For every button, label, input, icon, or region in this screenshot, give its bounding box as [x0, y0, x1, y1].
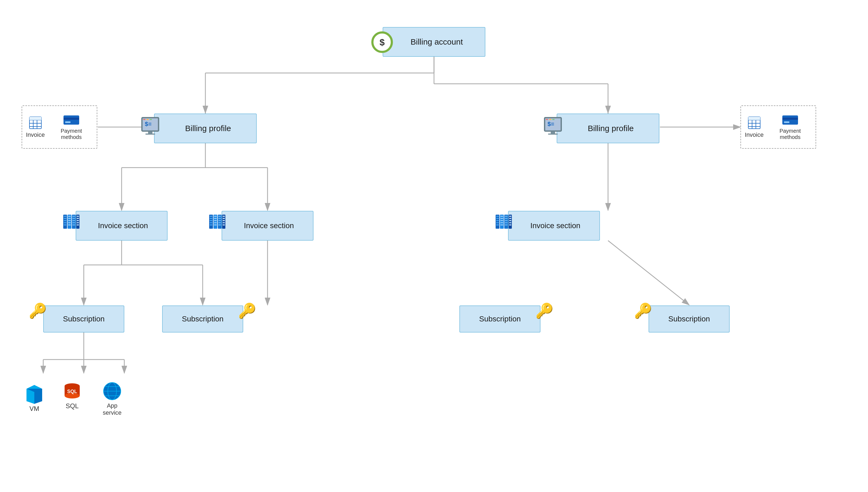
- svg-rect-126: [63, 118, 79, 120]
- billing-profile-left-node: $≡ Billing profile: [154, 114, 257, 143]
- svg-rect-90: [223, 222, 225, 223]
- billing-profile-right-label: Billing profile: [588, 124, 634, 133]
- svg-rect-91: [223, 224, 225, 225]
- connector-lines: [0, 0, 868, 492]
- billing-profile-icon-left: $≡: [141, 116, 160, 136]
- svg-rect-134: [748, 117, 752, 120]
- app-service-icon: [102, 381, 122, 401]
- svg-rect-138: [782, 118, 798, 120]
- subscription-1-label: Subscription: [63, 315, 105, 323]
- svg-rect-65: [77, 220, 79, 221]
- invoice-section-1-label: Invoice section: [98, 221, 148, 230]
- subscription-4-label: Subscription: [668, 315, 710, 323]
- svg-rect-66: [77, 222, 79, 223]
- subscription-2-node: 🔑 Subscription: [162, 305, 243, 333]
- svg-rect-93: [496, 216, 499, 217]
- svg-rect-81: [219, 216, 221, 217]
- svg-rect-99: [501, 216, 503, 217]
- svg-rect-113: [509, 220, 511, 221]
- diagram-container: $ Billing account $≡ Billing profile: [0, 0, 868, 492]
- svg-text:SQL: SQL: [67, 389, 77, 394]
- svg-rect-101: [501, 220, 503, 221]
- svg-rect-72: [210, 222, 212, 223]
- svg-rect-122: [29, 117, 33, 120]
- svg-rect-76: [214, 218, 217, 219]
- svg-rect-107: [505, 220, 508, 221]
- invoice-item-left: Invoice: [26, 116, 45, 139]
- svg-rect-124: [37, 117, 41, 120]
- svg-rect-33: [147, 119, 149, 120]
- sql-label: SQL: [66, 402, 79, 410]
- svg-rect-53: [68, 220, 71, 221]
- svg-rect-95: [496, 220, 499, 221]
- svg-rect-83: [219, 220, 221, 221]
- vm-icon: [24, 384, 44, 404]
- svg-rect-77: [214, 220, 217, 221]
- svg-rect-67: [77, 224, 79, 225]
- svg-rect-87: [223, 216, 225, 217]
- payment-item-right: Payment methods: [769, 114, 812, 140]
- svg-rect-94: [496, 218, 499, 219]
- invoice-section-3-label: Invoice section: [530, 221, 580, 230]
- svg-rect-52: [68, 218, 71, 219]
- invoice-label-right: Invoice: [745, 131, 764, 139]
- invoice-section-icon-3: [494, 213, 513, 231]
- svg-rect-85: [219, 224, 221, 225]
- svg-rect-34: [150, 119, 152, 120]
- svg-rect-114: [509, 222, 511, 223]
- svg-rect-135: [752, 117, 756, 120]
- sql-resource: SQL SQL: [62, 381, 82, 410]
- app-service-label: App service: [100, 402, 124, 416]
- svg-rect-38: [548, 133, 558, 134]
- svg-rect-108: [505, 222, 508, 223]
- billing-profile-icon-right: $≡: [543, 116, 563, 136]
- svg-rect-78: [214, 222, 217, 223]
- svg-rect-30: [145, 133, 155, 134]
- subscription-2-label: Subscription: [182, 315, 224, 323]
- svg-rect-127: [65, 121, 71, 123]
- payment-icon-left: [63, 114, 80, 126]
- svg-rect-137: [782, 116, 798, 125]
- vm-label: VM: [29, 405, 39, 413]
- invoice-section-3-node: Invoice section: [508, 211, 600, 241]
- invoice-label-left: Invoice: [26, 131, 45, 139]
- invoice-icon-right: [747, 116, 761, 130]
- svg-rect-109: [505, 224, 508, 225]
- svg-rect-59: [72, 220, 75, 221]
- svg-rect-47: [64, 220, 67, 221]
- svg-rect-46: [64, 218, 67, 219]
- svg-rect-42: [552, 119, 555, 120]
- svg-rect-97: [496, 224, 499, 225]
- invoice-item-right: Invoice: [745, 116, 764, 139]
- svg-rect-111: [509, 216, 511, 217]
- subscription-1-node: 🔑 Subscription: [43, 305, 124, 333]
- payment-icon-right: [782, 114, 798, 126]
- svg-rect-88: [223, 218, 225, 219]
- svg-line-19: [608, 241, 689, 305]
- svg-rect-32: [143, 119, 145, 120]
- billing-account-node: $ Billing account: [383, 27, 485, 57]
- svg-rect-136: [756, 117, 760, 120]
- svg-rect-70: [210, 218, 212, 219]
- svg-rect-51: [68, 216, 71, 217]
- payment-label-left: Payment methods: [50, 128, 93, 140]
- svg-rect-139: [784, 121, 789, 123]
- sql-icon: SQL: [62, 381, 82, 401]
- svg-rect-112: [509, 218, 511, 219]
- svg-rect-41: [549, 119, 551, 120]
- billing-profile-left-label: Billing profile: [185, 124, 231, 133]
- svg-rect-57: [72, 216, 75, 217]
- svg-rect-55: [68, 224, 71, 225]
- svg-rect-58: [72, 218, 75, 219]
- svg-rect-102: [501, 222, 503, 223]
- svg-rect-71: [210, 220, 212, 221]
- billing-profile-right-node: $≡ Billing profile: [557, 114, 659, 143]
- invoice-section-2-node: Invoice section: [222, 211, 313, 241]
- svg-rect-115: [509, 224, 511, 225]
- invoice-icon-left: [28, 116, 43, 130]
- invoice-section-1-node: Invoice section: [76, 211, 168, 241]
- svg-rect-54: [68, 222, 71, 223]
- svg-rect-96: [496, 222, 499, 223]
- payment-item-left: Payment methods: [50, 114, 93, 140]
- svg-rect-105: [505, 216, 508, 217]
